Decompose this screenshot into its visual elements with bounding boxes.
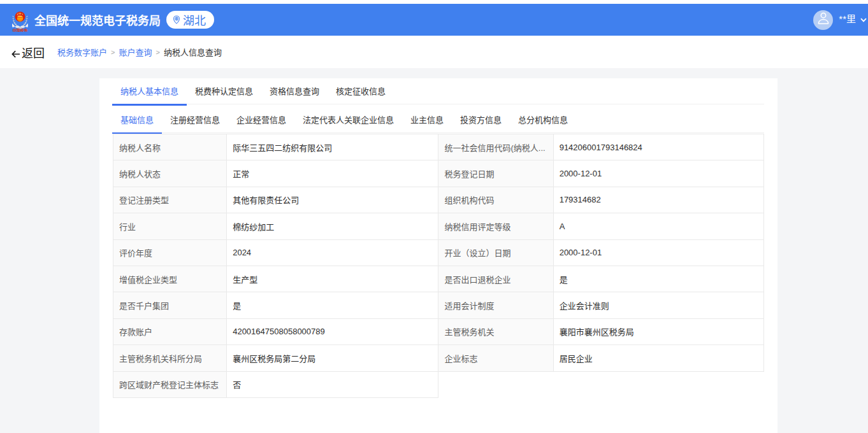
svg-text:中国税务: 中国税务 bbox=[12, 27, 28, 31]
